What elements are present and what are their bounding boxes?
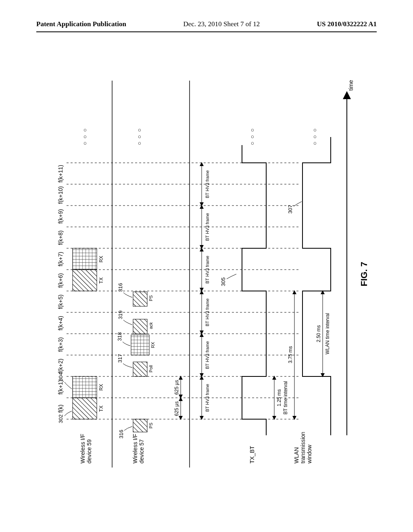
svg-text:TX: TX bbox=[98, 405, 104, 411]
svg-text:f(k+6): f(k+6) bbox=[57, 273, 64, 288]
svg-text:2.50 ms: 2.50 ms bbox=[316, 325, 321, 343]
svg-rect-47 bbox=[133, 319, 147, 334]
svg-text:f(k+10): f(k+10) bbox=[57, 186, 64, 204]
svg-rect-27 bbox=[73, 376, 97, 398]
svg-text:3.75 ms: 3.75 ms bbox=[288, 346, 293, 364]
svg-text:BT HV3 frame: BT HV3 frame bbox=[205, 384, 210, 412]
svg-text:302: 302 bbox=[58, 414, 64, 423]
svg-text:PS: PS bbox=[148, 295, 153, 301]
svg-text:Poll: Poll bbox=[148, 365, 153, 372]
svg-text:RX: RX bbox=[150, 342, 155, 348]
svg-text:1.25 ms: 1.25 ms bbox=[276, 389, 282, 407]
wlan-window-waveform: 307 ○ ○ ○ bbox=[287, 128, 331, 435]
svg-text:319: 319 bbox=[117, 310, 123, 319]
figure-7: f(k) f(k+1) f(k+2) f(k+3) f(k+4) f(k+5) … bbox=[40, 73, 371, 476]
figure-svg: f(k) f(k+1) f(k+2) f(k+3) f(k+4) f(k+5) … bbox=[40, 73, 371, 476]
svg-text:○ ○ ○: ○ ○ ○ bbox=[136, 128, 142, 145]
svg-text:f(k): f(k) bbox=[57, 405, 64, 413]
svg-text:316: 316 bbox=[118, 430, 124, 438]
page-header: Patent Application Publication Dec. 23, … bbox=[0, 0, 413, 31]
svg-text:f(k+3): f(k+3) bbox=[57, 337, 64, 352]
svg-text:625 µs: 625 µs bbox=[174, 380, 179, 395]
svg-rect-41 bbox=[133, 362, 147, 376]
row-label-wlan: WLAN transmission window bbox=[293, 430, 313, 464]
svg-text:f(k+5): f(k+5) bbox=[57, 295, 64, 309]
header-middle: Dec. 23, 2010 Sheet 7 of 12 bbox=[183, 20, 260, 28]
svg-text:BT time interval: BT time interval bbox=[283, 381, 288, 414]
svg-text:RX: RX bbox=[98, 256, 104, 263]
row-label-txbt: TX_BT bbox=[249, 446, 255, 463]
figure-caption: FIG. 7 bbox=[359, 262, 369, 286]
svg-text:RX: RX bbox=[98, 384, 104, 391]
svg-rect-29 bbox=[73, 248, 97, 270]
svg-rect-50 bbox=[133, 292, 147, 306]
svg-text:PS: PS bbox=[148, 423, 153, 429]
time-axis: time bbox=[347, 80, 354, 435]
svg-text:f(k+2): f(k+2) bbox=[57, 359, 64, 373]
svg-text:BT HV3 frame: BT HV3 frame bbox=[205, 298, 210, 326]
svg-text:BT HV3 frame: BT HV3 frame bbox=[205, 256, 210, 284]
svg-text:TX: TX bbox=[98, 277, 104, 283]
row-label-wireless59: Wireless I/F device 59 bbox=[79, 432, 92, 463]
svg-text:f(k+4): f(k+4) bbox=[57, 316, 64, 330]
tx-bt-waveform: ○ ○ ○ 305 bbox=[220, 128, 266, 435]
row-labels: Wireless I/F device 59 Wireless I/F devi… bbox=[79, 430, 313, 464]
svg-rect-38 bbox=[133, 419, 147, 432]
svg-text:time: time bbox=[348, 80, 354, 91]
svg-text:f(k+11): f(k+11) bbox=[57, 165, 64, 183]
svg-text:○ ○ ○: ○ ○ ○ bbox=[81, 128, 88, 145]
svg-text:f(k+9): f(k+9) bbox=[57, 209, 64, 224]
row-wireless-57: PS 316 Poll 317 RX 318 ack 319 PS 316 ○ … bbox=[117, 128, 155, 438]
svg-text:f(k+1): f(k+1) bbox=[57, 380, 64, 395]
svg-text:318: 318 bbox=[117, 332, 123, 341]
svg-text:○ ○ ○: ○ ○ ○ bbox=[311, 128, 318, 145]
svg-text:BT HV3 frame: BT HV3 frame bbox=[205, 213, 210, 241]
svg-text:304: 304 bbox=[58, 372, 64, 381]
svg-text:305: 305 bbox=[220, 277, 226, 286]
header-right: US 2010/0322222 A1 bbox=[317, 20, 377, 28]
svg-rect-26 bbox=[73, 398, 97, 419]
svg-text:307: 307 bbox=[287, 205, 293, 214]
svg-text:f(k+8): f(k+8) bbox=[57, 231, 64, 245]
header-left: Patent Application Publication bbox=[36, 20, 126, 28]
svg-text:f(k+7): f(k+7) bbox=[57, 252, 64, 266]
svg-text:ack: ack bbox=[148, 322, 153, 329]
svg-rect-28 bbox=[73, 270, 97, 291]
header-rule bbox=[36, 31, 377, 32]
row-label-wireless57: Wireless I/F device 57 bbox=[132, 432, 145, 463]
svg-rect-44 bbox=[131, 335, 149, 355]
svg-text:316: 316 bbox=[117, 283, 123, 292]
svg-text:317: 317 bbox=[117, 354, 123, 363]
row-wireless-59: TX RX TX RX 302 304 ○ ○ ○ bbox=[58, 128, 104, 423]
svg-text:625 µs: 625 µs bbox=[174, 401, 179, 416]
svg-text:WLAN time interval: WLAN time interval bbox=[325, 313, 330, 355]
svg-text:BT HV3 frame: BT HV3 frame bbox=[205, 341, 210, 369]
svg-text:○ ○ ○: ○ ○ ○ bbox=[249, 128, 255, 145]
svg-text:BT HV3 frame: BT HV3 frame bbox=[205, 170, 210, 198]
